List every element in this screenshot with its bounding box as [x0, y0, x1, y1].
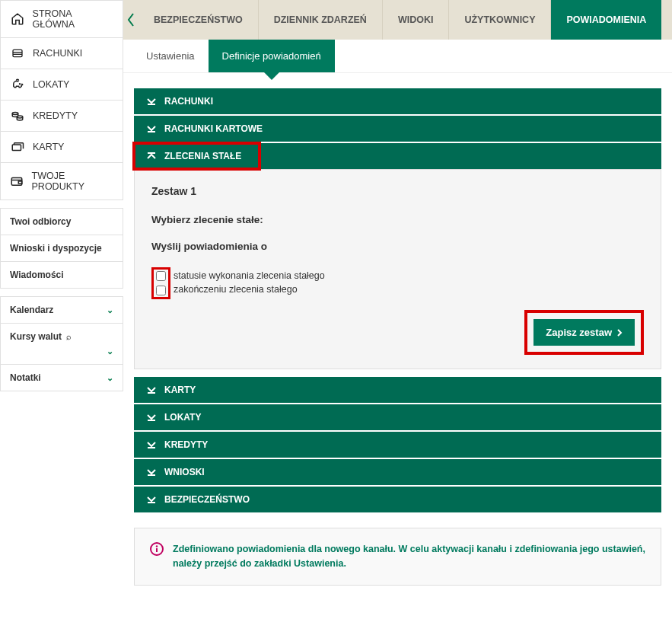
svg-point-4 [12, 113, 18, 115]
set-title: Zestaw 1 [151, 185, 644, 197]
button-label: Zapisz zestaw [546, 327, 612, 338]
check-end[interactable] [156, 286, 166, 295]
sidebar-item-label: KREDYTY [33, 110, 78, 121]
accordion-body: Zestaw 1 Wybierz zlecenie stałe: Wyślij … [134, 169, 661, 369]
sidebar-item-accounts[interactable]: RACHUNKI [1, 38, 123, 69]
sidebar-widgets-group: Kalendarz ⌄ Kursy walut ⌕ ⌄ Notatki ⌄ [0, 296, 123, 391]
magnifier-icon: ⌕ [66, 332, 72, 341]
chevron-down-icon: ⌄ [107, 305, 113, 315]
tab-label: BEZPIECZEŃSTWO [154, 14, 243, 25]
tab-label: WIDOKI [398, 14, 434, 25]
step-choose-label: Wybierz zlecenie stałe: [151, 214, 644, 225]
sidebar-item-applications[interactable]: Wnioski i dyspozycje [1, 235, 123, 262]
sidebar-item-loans[interactable]: KREDYTY [1, 101, 123, 132]
info-text: Zdefiniowano powiadomienia dla nowego ka… [173, 542, 645, 571]
tab-label: DZIENNIK ZDARZEŃ [274, 14, 367, 25]
sidebar-item-label: Twoi odbiorcy [10, 216, 71, 227]
subtab-label: Ustawienia [146, 50, 195, 62]
wallet-icon [8, 174, 26, 189]
chevron-right-icon [616, 328, 623, 337]
accordion-header[interactable]: WNIOSKI [134, 459, 661, 485]
accordion-label: WNIOSKI [164, 467, 205, 477]
accordion-deposits: LOKATY [134, 404, 661, 430]
expand-down-icon [146, 412, 157, 423]
svg-point-18 [156, 545, 158, 547]
sidebar-widget-notes[interactable]: Notatki ⌄ [1, 365, 123, 391]
sidebar-item-label: RACHUNKI [33, 48, 82, 59]
subtab-settings[interactable]: Ustawienia [132, 40, 209, 72]
sidebar-item-label: LOKATY [33, 79, 69, 90]
accordion-card-accounts: RACHUNKI KARTOWE [134, 116, 661, 142]
sidebar-item-label: Kursy walut [10, 331, 62, 342]
accordion-label: RACHUNKI KARTOWE [164, 123, 263, 134]
accordion-header-active[interactable]: ZLECENIA STAŁE [134, 143, 260, 169]
accordion-label: BEZPIECZEŃSTWO [164, 494, 250, 505]
svg-rect-19 [156, 548, 158, 552]
check-text: zakończeniu zlecenia stałego [174, 284, 298, 295]
tab-views[interactable]: WIDOKI [383, 0, 450, 40]
tab-notifications[interactable]: POWIADOMIENIA [551, 0, 661, 40]
coins-icon [8, 108, 27, 123]
svg-rect-6 [12, 145, 21, 151]
accordion-header[interactable]: RACHUNKI [134, 88, 661, 114]
subtab-definitions[interactable]: Definicje powiadomień [209, 40, 335, 72]
save-set-button[interactable]: Zapisz zestaw [533, 319, 635, 346]
sidebar-item-messages[interactable]: Wiadomości [1, 262, 123, 288]
accordion-header[interactable]: KARTY [134, 377, 661, 403]
sidebar-item-label: Kalendarz [10, 305, 53, 315]
nav-back-button[interactable] [123, 0, 139, 40]
content-area: RACHUNKI RACHUNKI KARTOWE [123, 73, 672, 601]
tab-security[interactable]: BEZPIECZEŃSTWO [139, 0, 259, 40]
tab-label: POWIADOMIENIA [566, 14, 646, 25]
sidebar-item-products[interactable]: TWOJE PRODUKTY [1, 163, 123, 199]
piggy-icon [8, 77, 27, 92]
collapse-up-icon [146, 151, 157, 161]
accordion-label: ZLECENIA STAŁE [164, 151, 241, 161]
save-button-highlight: Zapisz zestaw [524, 310, 644, 355]
sidebar-item-label: STRONA GŁÓWNA [33, 8, 115, 30]
sidebar-widget-calendar[interactable]: Kalendarz ⌄ [1, 297, 123, 324]
accordion-standing-orders: ZLECENIA STAŁE Zestaw 1 Wybierz zlecenie… [134, 143, 661, 369]
svg-point-3 [20, 84, 21, 85]
expand-down-icon [146, 385, 157, 395]
subtab-label: Definicje powiadomień [222, 50, 321, 62]
accordion-label: KARTY [164, 385, 196, 395]
sidebar-main-group: STRONA GŁÓWNA RACHUNKI LOKATY KREDYTY [0, 0, 123, 200]
expand-down-icon [146, 494, 157, 505]
sidebar-item-label: Wnioski i dyspozycje [10, 243, 102, 254]
sub-nav: Ustawienia Definicje powiadomień [123, 40, 672, 73]
checkbox-highlight [151, 267, 170, 299]
sidebar-item-cards[interactable]: KARTY [1, 132, 123, 163]
step-send-label: Wyślij powiadomienia o [151, 241, 644, 252]
sidebar-item-label: TWOJE PRODUKTY [32, 171, 115, 192]
accordion-loans: KREDYTY [134, 432, 661, 458]
sidebar-item-recipients[interactable]: Twoi odbiorcy [1, 209, 123, 235]
cards-icon [8, 139, 27, 155]
sidebar-item-label: KARTY [33, 142, 64, 152]
chevron-down-icon: ⌄ [107, 373, 113, 383]
check-status[interactable] [156, 271, 166, 281]
svg-rect-0 [13, 49, 22, 56]
accordion-header[interactable]: BEZPIECZEŃSTWO [134, 487, 661, 512]
accordion-header[interactable]: RACHUNKI KARTOWE [134, 116, 661, 142]
sidebar-item-home[interactable]: STRONA GŁÓWNA [1, 1, 123, 38]
sidebar-item-deposits[interactable]: LOKATY [1, 69, 123, 101]
accordion-label: RACHUNKI [164, 96, 213, 107]
sidebar-item-label: Wiadomości [10, 270, 64, 280]
svg-rect-8 [19, 181, 23, 184]
accordion-cards: KARTY [134, 377, 661, 403]
accordion-label: LOKATY [164, 412, 201, 423]
sidebar-widget-rates[interactable]: Kursy walut ⌕ ⌄ [1, 324, 123, 365]
accordion-label: KREDYTY [164, 439, 208, 450]
sidebar-item-label: Notatki [10, 372, 41, 383]
check-text: statusie wykonania zlecenia stałego [174, 270, 325, 281]
accordion-header[interactable]: KREDYTY [134, 432, 661, 458]
tab-event-log[interactable]: DZIENNIK ZDARZEŃ [259, 0, 383, 40]
accordion-header[interactable]: LOKATY [134, 404, 661, 430]
sidebar-secondary-group: Twoi odbiorcy Wnioski i dyspozycje Wiado… [0, 208, 123, 289]
tab-label: UŻYTKOWNICY [464, 14, 535, 25]
accordion-accounts: RACHUNKI [134, 88, 661, 114]
chevron-down-icon: ⌄ [10, 346, 113, 356]
check-label-end: zakończeniu zlecenia stałego [174, 284, 325, 295]
tab-users[interactable]: UŻYTKOWNICY [449, 0, 551, 40]
